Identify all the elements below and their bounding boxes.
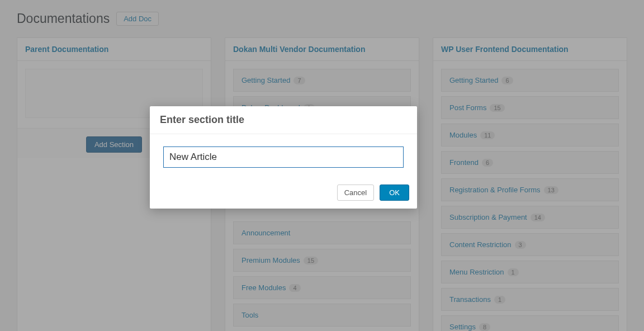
section-title-modal: Enter section title Cancel OK [150, 106, 417, 209]
section-title-input[interactable] [163, 146, 404, 168]
ok-button[interactable]: OK [380, 185, 409, 201]
modal-title: Enter section title [150, 106, 417, 134]
cancel-button[interactable]: Cancel [337, 185, 374, 201]
